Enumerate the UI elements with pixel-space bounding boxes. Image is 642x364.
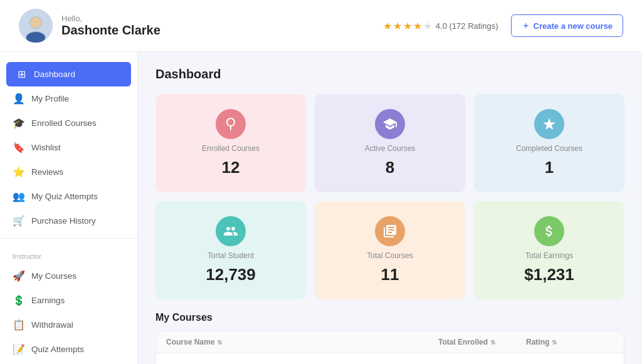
quiz-attempts-icon: 👥 (13, 190, 25, 202)
header-stars: ★ ★ ★ ★ ★ (383, 20, 432, 32)
my-courses-title: My Courses (155, 312, 624, 323)
completed-stat-label: Completed Courses (516, 144, 582, 153)
active-stat-label: Active Courses (365, 144, 416, 153)
sidebar-item-quiz-attempts[interactable]: 👥 My Quiz Attempts (0, 184, 137, 209)
star-3: ★ (403, 20, 412, 32)
sidebar-label-quiz-attempts: My Quiz Attempts (31, 192, 98, 201)
sidebar-label-my-courses: My Courses (31, 271, 76, 281)
header: Hello, Dashonte Clarke ★ ★ ★ ★ ★ 4.0 (17… (0, 0, 642, 52)
header-rating: 4.0 (172 Ratings) (436, 21, 498, 31)
my-courses-icon: 🚀 (13, 270, 25, 282)
sidebar-label-wishlist: Wishlist (31, 143, 61, 152)
sidebar-item-enrolled-courses[interactable]: 🎓 Enrolled Courses (0, 111, 137, 135)
table-header: Course Name ⇅ Total Enrolled ⇅ Rating ⇅ (156, 331, 624, 353)
star-1: ★ (383, 20, 392, 32)
user-name: Dashonte Clarke (61, 23, 160, 38)
sidebar-item-wishlist[interactable]: 🔖 Wishlist (0, 135, 137, 160)
sidebar-item-my-profile[interactable]: 👤 My Profile (0, 86, 137, 111)
stats-grid: Enrolled Courses 12 Active Courses 8 (155, 94, 624, 299)
completed-stat-icon (534, 109, 564, 139)
main-layout: ⊞ Dashboard 👤 My Profile 🎓 Enrolled Cour… (0, 52, 642, 364)
enrolled-stat-value: 12 (222, 158, 240, 177)
sort-icon-rating: ⇅ (552, 339, 557, 346)
sidebar-label-earnings: Earnings (31, 296, 65, 305)
sort-icon-enrolled: ⇅ (490, 339, 495, 346)
svg-point-3 (30, 17, 41, 28)
sidebar-label-dashboard: Dashboard (34, 70, 75, 79)
avatar (19, 9, 53, 43)
sidebar-item-instructor-quiz[interactable]: 📝 Quiz Attempts (0, 337, 137, 361)
profile-icon: 👤 (13, 93, 25, 105)
sidebar-item-dashboard[interactable]: ⊞ Dashboard (6, 62, 131, 86)
completed-stat-value: 1 (545, 158, 554, 177)
stat-card-enrolled: Enrolled Courses 12 (155, 94, 306, 192)
page-title: Dashboard (155, 67, 624, 81)
sidebar-item-question-answer[interactable]: ❓ Question & Answer (0, 361, 137, 364)
courses-stat-value: 11 (381, 265, 399, 284)
create-course-button[interactable]: ＋ Create a new course (511, 14, 623, 37)
sidebar-label-instructor-quiz: Quiz Attempts (31, 345, 84, 354)
header-greeting: Hello, Dashonte Clarke (61, 14, 160, 38)
withdrawal-icon: 📋 (13, 319, 25, 331)
active-stat-icon (375, 109, 405, 139)
sidebar-label-enrolled-courses: Enrolled Courses (31, 118, 97, 128)
th-course-name: Course Name ⇅ (166, 338, 438, 346)
reviews-icon: ⭐ (13, 166, 25, 178)
students-stat-value: 12,739 (206, 265, 256, 284)
plus-icon: ＋ (522, 20, 530, 31)
sort-icon-name: ⇅ (217, 339, 222, 346)
th-total-enrolled: Total Enrolled ⇅ (438, 338, 526, 346)
sidebar-item-withdrawal[interactable]: 📋 Withdrawal (0, 313, 137, 337)
hello-text: Hello, (61, 14, 160, 23)
star-2: ★ (393, 20, 402, 32)
instructor-section-label: Instructor (0, 244, 137, 264)
courses-table: Course Name ⇅ Total Enrolled ⇅ Rating ⇅ … (155, 331, 624, 364)
courses-stat-label: Total Courses (367, 251, 413, 260)
sidebar-label-my-profile: My Profile (31, 94, 69, 103)
earnings-icon: 💲 (13, 294, 25, 306)
sidebar-item-earnings[interactable]: 💲 Earnings (0, 288, 137, 313)
stat-card-total-courses: Total Courses 11 (315, 201, 465, 299)
earnings-stat-label: Total Earnings (525, 251, 573, 260)
app-container: Hello, Dashonte Clarke ★ ★ ★ ★ ★ 4.0 (17… (0, 0, 642, 364)
earnings-stat-value: $1,231 (524, 265, 574, 284)
active-stat-value: 8 (386, 158, 394, 177)
enrolled-stat-label: Enrolled Courses (202, 144, 260, 153)
stat-card-total-earnings: Total Earnings $1,231 (474, 201, 624, 299)
wishlist-icon: 🔖 (13, 142, 25, 153)
sidebar-label-purchase-history: Purchase History (31, 216, 96, 226)
stat-card-completed: Completed Courses 1 (474, 94, 624, 192)
header-right: ★ ★ ★ ★ ★ 4.0 (172 Ratings) ＋ Create a n… (383, 14, 623, 37)
sidebar-item-reviews[interactable]: ⭐ Reviews (0, 160, 137, 184)
sidebar-label-withdrawal: Withdrawal (31, 320, 73, 330)
instructor-quiz-icon: 📝 (13, 343, 25, 355)
enrolled-icon: 🎓 (13, 117, 25, 129)
earnings-stat-icon (534, 216, 564, 246)
rating-area: ★ ★ ★ ★ ★ 4.0 (172 Ratings) (383, 20, 498, 32)
star-5: ★ (423, 20, 432, 32)
stat-card-active: Active Courses 8 (315, 94, 465, 192)
star-4: ★ (413, 20, 422, 32)
courses-stat-icon (375, 216, 405, 246)
dashboard-icon: ⊞ (15, 68, 28, 80)
th-rating: Rating ⇅ (526, 338, 614, 346)
sidebar: ⊞ Dashboard 👤 My Profile 🎓 Enrolled Cour… (0, 52, 138, 364)
purchase-history-icon: 🛒 (13, 215, 25, 227)
sidebar-item-purchase-history[interactable]: 🛒 Purchase History (0, 209, 137, 233)
enrolled-stat-icon (216, 109, 246, 139)
sidebar-item-my-courses[interactable]: 🚀 My Courses (0, 264, 137, 288)
sidebar-divider (0, 238, 137, 239)
table-row: Graphic Design Bootcamp: Advanced Traini… (156, 353, 624, 364)
sidebar-label-reviews: Reviews (31, 167, 63, 177)
header-left: Hello, Dashonte Clarke (19, 9, 160, 43)
students-stat-label: Tortal Student (208, 251, 254, 260)
students-stat-icon (216, 216, 246, 246)
stat-card-total-students: Tortal Student 12,739 (155, 201, 306, 299)
main-content: Dashboard Enrolled Courses 12 (138, 52, 642, 364)
